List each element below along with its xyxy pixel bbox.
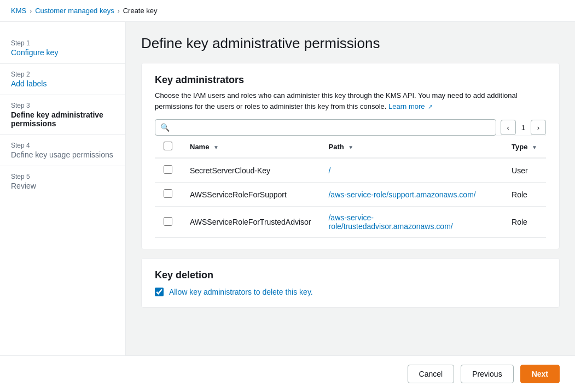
pagination-page: 1: [518, 124, 528, 132]
main-layout: Step 1 Configure key Step 2 Add labels S…: [0, 22, 575, 355]
row-type: Role: [503, 183, 546, 207]
breadcrumb-current: Create key: [123, 7, 158, 15]
key-admin-title: Key administrators: [155, 74, 546, 86]
col-header-path: Path ▼: [320, 136, 503, 159]
breadcrumb-sep-1: ›: [30, 7, 32, 15]
sidebar: Step 1 Configure key Step 2 Add labels S…: [0, 22, 126, 355]
sidebar-step-4: Step 4 Define key usage permissions: [0, 135, 125, 166]
pagination-next-btn[interactable]: ›: [531, 120, 546, 135]
row-name: SecretServerCloud-Key: [181, 158, 320, 183]
sidebar-step-5: Step 5 Review: [0, 166, 125, 197]
step-4-number: Step 4: [11, 142, 114, 149]
key-deletion-title: Key deletion: [155, 270, 546, 281]
cancel-button[interactable]: Cancel: [408, 365, 455, 383]
row-name: AWSServiceRoleForTrustedAdvisor: [181, 207, 320, 238]
step-2-number: Step 2: [11, 71, 114, 78]
next-button[interactable]: Next: [520, 365, 560, 383]
allow-deletion-checkbox[interactable]: [155, 288, 164, 296]
col-header-checkbox: [155, 136, 181, 159]
step-1-label[interactable]: Configure key: [11, 48, 114, 57]
breadcrumb-customer-managed-keys[interactable]: Customer managed keys: [35, 7, 114, 15]
key-administrators-card: Key administrators Choose the IAM users …: [141, 63, 560, 249]
breadcrumb-kms[interactable]: KMS: [11, 7, 26, 15]
key-deletion-section: Key deletion Allow key administrators to…: [142, 259, 559, 307]
row-path: /aws-service-role/support.amazonaws.com/: [320, 183, 503, 207]
footer: Cancel Previous Next: [0, 355, 575, 392]
col-header-name: Name ▼: [181, 136, 320, 159]
pagination-controls: ‹ 1 ›: [501, 120, 546, 135]
row-checkbox-cell: [155, 207, 181, 238]
page-title: Define key administrative permissions: [141, 35, 560, 52]
row-type: Role: [503, 207, 546, 238]
row-checkbox-2[interactable]: [164, 217, 172, 226]
previous-button[interactable]: Previous: [461, 365, 513, 383]
step-5-number: Step 5: [11, 173, 114, 180]
step-3-number: Step 3: [11, 102, 114, 109]
search-row: 🔍 ‹ 1 ›: [155, 119, 546, 136]
row-checkbox-cell: [155, 158, 181, 183]
sidebar-step-1: Step 1 Configure key: [0, 33, 125, 64]
table-header-row: Name ▼ Path ▼ Type ▼: [155, 136, 546, 159]
col-header-type: Type ▼: [503, 136, 546, 159]
external-link-icon: ↗: [428, 102, 433, 112]
row-checkbox-1[interactable]: [164, 189, 172, 198]
type-sort-icon: ▼: [532, 144, 537, 150]
row-path: /aws-service-role/trustedadvisor.amazona…: [320, 207, 503, 238]
row-name: AWSServiceRoleForSupport: [181, 183, 320, 207]
key-admin-desc: Choose the IAM users and roles who can a…: [155, 90, 546, 112]
row-checkbox-cell: [155, 183, 181, 207]
key-deletion-card: Key deletion Allow key administrators to…: [141, 258, 560, 308]
select-all-checkbox[interactable]: [164, 142, 172, 150]
step-2-label[interactable]: Add labels: [11, 79, 114, 88]
step-3-label: Define key administrative permissions: [11, 110, 114, 128]
path-sort-icon: ▼: [348, 144, 353, 150]
breadcrumb: KMS › Customer managed keys › Create key: [0, 0, 575, 22]
page: KMS › Customer managed keys › Create key…: [0, 0, 575, 392]
deletion-label: Allow key administrators to delete this …: [169, 288, 313, 296]
table-row: AWSServiceRoleForTrustedAdvisor/aws-serv…: [155, 207, 546, 238]
content-area: Define key administrative permissions Ke…: [126, 22, 575, 355]
table-row: AWSServiceRoleForSupport/aws-service-rol…: [155, 183, 546, 207]
pagination-prev-btn[interactable]: ‹: [501, 120, 516, 135]
step-4-label: Define key usage permissions: [11, 150, 114, 159]
deletion-row: Allow key administrators to delete this …: [155, 288, 546, 296]
name-sort-icon: ▼: [213, 144, 219, 150]
iam-table: Name ▼ Path ▼ Type ▼: [155, 136, 546, 238]
table-row: SecretServerCloud-Key/User: [155, 158, 546, 183]
search-wrap: 🔍: [155, 119, 496, 136]
key-admin-desc-text: Choose the IAM users and roles who can a…: [155, 91, 518, 110]
row-path: /: [320, 158, 503, 183]
step-1-number: Step 1: [11, 39, 114, 47]
breadcrumb-sep-2: ›: [118, 7, 120, 15]
sidebar-step-3: Step 3 Define key administrative permiss…: [0, 95, 125, 135]
search-input[interactable]: [155, 119, 496, 136]
sidebar-step-2: Step 2 Add labels: [0, 64, 125, 95]
row-checkbox-0[interactable]: [164, 165, 172, 174]
learn-more-link[interactable]: Learn more ↗: [388, 102, 433, 110]
step-5-label: Review: [11, 182, 114, 190]
key-admin-section: Key administrators Choose the IAM users …: [142, 63, 559, 249]
row-type: User: [503, 158, 546, 183]
